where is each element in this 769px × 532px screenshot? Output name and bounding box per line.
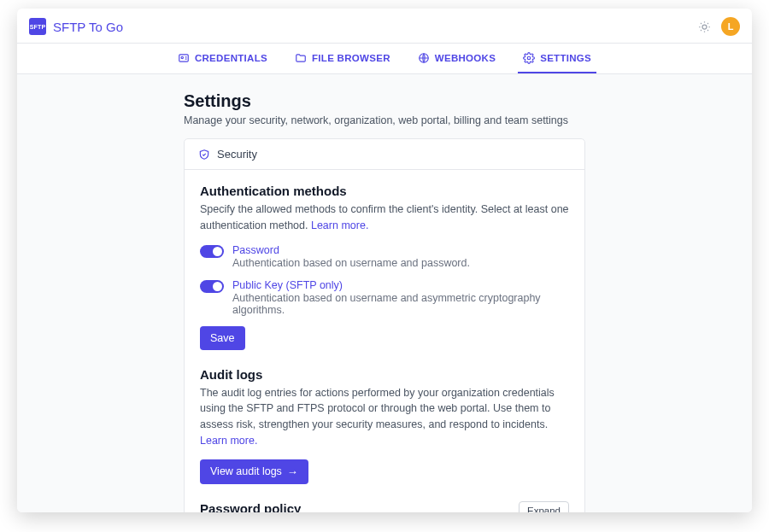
sun-icon[interactable] [698,20,711,33]
section-password-policy: Password policy Expand Improve your secu… [200,501,569,513]
tab-label: FILE BROWSER [312,53,390,63]
page-subtitle: Manage your security, network, organizat… [184,114,585,126]
toggle-publickey[interactable] [200,280,224,293]
gear-icon [523,52,535,64]
auth-label: Public Key (SFTP only) [232,279,569,291]
id-card-icon [178,52,190,64]
tab-credentials[interactable]: CREDENTIALS [173,44,273,73]
tabs-bar: CREDENTIALS FILE BROWSER WEBHOOKS SETTIN… [17,43,752,74]
section-title: Audit logs [200,367,569,382]
view-audit-logs-button[interactable]: View audit logs → [200,459,308,484]
card-header-label: Security [217,148,257,161]
avatar[interactable]: L [721,17,740,36]
tab-webhooks[interactable]: WEBHOOKS [413,44,501,73]
learn-more-link[interactable]: Learn more. [200,435,257,447]
section-audit-logs: Audit logs The audit log entries for act… [200,367,569,484]
auth-item-publickey: Public Key (SFTP only) Authentication ba… [200,279,569,316]
arrow-right-icon: → [287,465,298,478]
tab-file-browser[interactable]: FILE BROWSER [290,44,396,73]
app-header: SFTP SFTP To Go L [17,9,752,43]
save-button[interactable]: Save [200,326,245,350]
auth-sub: Authentication based on username and pas… [232,257,470,269]
toggle-password[interactable] [200,245,224,258]
brand[interactable]: SFTP SFTP To Go [29,18,123,35]
tab-settings[interactable]: SETTINGS [518,44,596,73]
section-title: Password policy [200,501,301,513]
tab-label: SETTINGS [540,53,591,63]
settings-card: Security Authentication methods Specify … [184,138,585,512]
card-header-security: Security [185,139,584,170]
section-auth-methods: Authentication methods Specify the allow… [200,184,569,350]
section-desc: Specify the allowed methods to confirm t… [200,202,569,234]
brand-title: SFTP To Go [53,20,123,34]
svg-rect-1 [179,55,189,61]
auth-label: Password [232,244,470,256]
learn-more-link[interactable]: Learn more. [311,219,368,231]
brand-logo: SFTP [29,18,46,35]
expand-button[interactable]: Expand [519,501,569,513]
tab-label: CREDENTIALS [195,53,267,63]
tab-label: WEBHOOKS [435,53,496,63]
auth-item-password: Password Authentication based on usernam… [200,244,569,269]
main-area: Settings Manage your security, network, … [17,74,752,512]
section-desc: The audit log entries for actions perfor… [200,385,569,449]
globe-icon [418,52,430,64]
auth-sub: Authentication based on username and asy… [232,292,541,316]
shield-icon [198,149,210,161]
svg-point-4 [527,56,531,60]
svg-point-2 [181,56,183,58]
svg-point-0 [702,25,707,29]
page-title: Settings [184,91,585,111]
folder-icon [295,52,307,64]
section-title: Authentication methods [200,184,569,198]
